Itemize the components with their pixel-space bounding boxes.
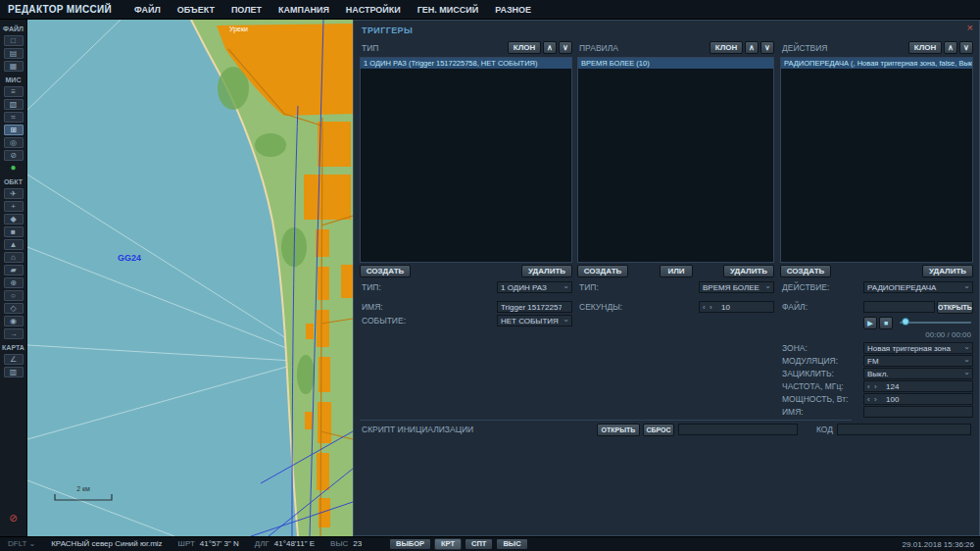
action-type-select[interactable]: РАДИОПЕРЕДАЧА ⌄	[863, 281, 973, 293]
open-file-button[interactable]: ОТКРЫТЬ	[937, 301, 973, 314]
increment-icon[interactable]: ›	[874, 395, 877, 404]
trigger-list[interactable]: 1 ОДИН РАЗ (Trigger 1517225758, НЕТ СОБЫ…	[360, 57, 572, 263]
rule-type-label: ТИП:	[579, 282, 599, 292]
menu-object[interactable]: ОБЪЕКТ	[177, 5, 215, 15]
action-frequency-label: ЧАСТОТА, МГц:	[782, 381, 844, 391]
delete-action-button[interactable]: УДАЛИТЬ	[922, 265, 973, 277]
farp-icon[interactable]: ⌂	[4, 252, 24, 263]
rule-type-select[interactable]: ВРЕМЯ БОЛЕЕ ⌄	[699, 281, 774, 293]
code-input[interactable]	[837, 424, 971, 435]
decrement-icon[interactable]: ‹	[703, 303, 706, 312]
increment-icon[interactable]: ›	[874, 382, 877, 391]
decrement-icon[interactable]: ‹	[867, 382, 870, 391]
mission-options-icon[interactable]: ▧	[4, 99, 24, 110]
unit-list-icon[interactable]: ●	[4, 163, 24, 174]
triggers-icon[interactable]: ⊞	[4, 125, 24, 135]
action-frequency-stepper[interactable]: ‹ › 124	[863, 380, 973, 392]
open-mission-icon[interactable]: ▤	[4, 48, 24, 59]
action-file-input[interactable]	[863, 301, 935, 313]
stop-button[interactable]: ■	[879, 317, 893, 329]
audio-seek-slider[interactable]	[900, 322, 971, 324]
chevron-down-icon: ⌄	[563, 281, 569, 290]
save-mission-icon[interactable]: ▦	[4, 61, 24, 72]
rule-seconds-stepper[interactable]: ‹ › 10	[699, 301, 774, 313]
rule-list-item[interactable]: ВРЕМЯ БОЛЕЕ (10)	[578, 58, 773, 69]
move-trigger-down-button[interactable]: ∨	[559, 41, 572, 54]
play-button[interactable]: ▶	[863, 317, 877, 329]
distance-tool-icon[interactable]: ∠	[4, 354, 24, 365]
satellite-layer-button[interactable]: СПТ	[465, 538, 493, 550]
triggers-panel: ТРИГГЕРЫ × ТИП КЛОН ∧ ∨ 1 ОДИН РАЗ (Trig…	[353, 20, 980, 536]
map-view[interactable]: GG24 Уреки 2 км	[27, 20, 353, 536]
map-town-label: Уреки	[229, 25, 248, 33]
route-icon[interactable]: →	[4, 328, 24, 339]
mission-goals-icon[interactable]: ◎	[4, 137, 24, 148]
airplane-icon[interactable]: ✈	[4, 188, 24, 199]
decrement-icon[interactable]: ‹	[867, 395, 870, 404]
move-rule-down-button[interactable]: ∨	[760, 41, 774, 54]
weather-icon[interactable]: ≈	[4, 112, 24, 123]
action-power-stepper[interactable]: ‹ › 100	[863, 393, 973, 405]
new-mission-icon[interactable]: □	[4, 35, 24, 46]
action-name-input[interactable]	[863, 406, 973, 418]
delete-trigger-button[interactable]: УДАЛИТЬ	[521, 265, 572, 277]
delete-rule-button[interactable]: УДАЛИТЬ	[723, 265, 774, 277]
helicopter-icon[interactable]: +	[4, 201, 24, 212]
map-grid-label: GG24	[118, 253, 141, 263]
clone-action-button[interactable]: КЛОН	[908, 41, 942, 54]
map-layers-icon[interactable]: ▥	[4, 367, 24, 377]
bullseye-icon[interactable]: ◉	[4, 316, 24, 326]
trigger-event-select[interactable]: НЕТ СОБЫТИЯ ⌄	[497, 315, 572, 326]
audio-seek-knob[interactable]	[902, 318, 909, 326]
or-rule-button[interactable]: ИЛИ	[660, 265, 693, 277]
action-list-item[interactable]: РАДИОПЕРЕДАЧА (, Новая триггерная зона, …	[781, 58, 972, 69]
audio-controls-row: ▶ ■	[780, 317, 973, 328]
map-layer-button[interactable]: КРТ	[434, 538, 462, 550]
trigger-name-input[interactable]: Trigger 1517225758	[497, 301, 572, 313]
rule-list[interactable]: ВРЕМЯ БОЛЕЕ (10)	[577, 57, 774, 263]
menu-misc[interactable]: РАЗНОЕ	[495, 5, 531, 15]
altitude-value: 23	[353, 539, 362, 548]
menu-mission-generator[interactable]: ГЕН. МИССИЙ	[417, 5, 479, 15]
alert-icon[interactable]: ⊘	[4, 514, 24, 525]
action-list[interactable]: РАДИОПЕРЕДАЧА (, Новая триггерная зона, …	[780, 57, 973, 263]
preset-dropdown[interactable]: DFLT ⌄	[8, 539, 35, 548]
clone-trigger-button[interactable]: КЛОН	[508, 41, 541, 54]
action-zone-select[interactable]: Новая триггерная зона ⌄	[863, 342, 973, 354]
trigger-type-select[interactable]: 1 ОДИН РАЗ ⌄	[497, 281, 572, 293]
reset-script-button[interactable]: СБРОС	[643, 424, 674, 436]
create-trigger-button[interactable]: СОЗДАТЬ	[360, 265, 411, 277]
menu-file[interactable]: ФАЙЛ	[134, 5, 161, 15]
code-label: КОД	[816, 425, 833, 434]
failures-icon[interactable]: ⊘	[4, 150, 24, 161]
increment-icon[interactable]: ›	[710, 303, 712, 312]
clone-rule-button[interactable]: КЛОН	[710, 41, 743, 54]
airfield-icon[interactable]: ⊕	[4, 277, 24, 288]
menu-campaign[interactable]: КАМПАНИЯ	[278, 5, 329, 15]
select-mode-button[interactable]: ВЫБОР	[389, 538, 431, 550]
ship-icon[interactable]: ◆	[4, 214, 24, 225]
create-action-button[interactable]: СОЗДАТЬ	[780, 265, 831, 277]
vehicle-icon[interactable]: ■	[4, 226, 24, 237]
create-rule-button[interactable]: СОЗДАТЬ	[577, 265, 628, 277]
action-loop-select[interactable]: Выкл. ⌄	[863, 368, 973, 379]
move-rule-up-button[interactable]: ∧	[745, 41, 759, 54]
trigger-list-item[interactable]: 1 ОДИН РАЗ (Trigger 1517225758, НЕТ СОБЫ…	[361, 58, 571, 69]
menu-flight[interactable]: ПОЛЕТ	[231, 5, 262, 15]
actions-column-header: ДЕЙСТВИЯ	[782, 43, 828, 53]
altitude-layer-button[interactable]: ВЫС	[496, 538, 527, 550]
open-script-button[interactable]: ОТКРЫТЬ	[597, 424, 640, 436]
toolbar-section-file: ФАЙЛ	[3, 25, 24, 33]
menu-settings[interactable]: НАСТРОЙКИ	[346, 5, 401, 15]
move-action-down-button[interactable]: ∨	[959, 41, 973, 54]
waypoint-icon[interactable]: ◇	[4, 303, 24, 314]
init-script-input[interactable]	[678, 424, 798, 435]
move-action-up-button[interactable]: ∧	[944, 41, 957, 54]
static-object-icon[interactable]: ▲	[4, 239, 24, 250]
move-trigger-up-button[interactable]: ∧	[543, 41, 557, 54]
briefing-icon[interactable]: ≡	[4, 86, 24, 97]
trigger-zone-icon[interactable]: ○	[4, 290, 24, 301]
action-modulation-select[interactable]: FM ⌄	[863, 355, 973, 367]
chevron-down-icon: ⌄	[764, 281, 771, 290]
template-icon[interactable]: ▰	[4, 265, 24, 276]
